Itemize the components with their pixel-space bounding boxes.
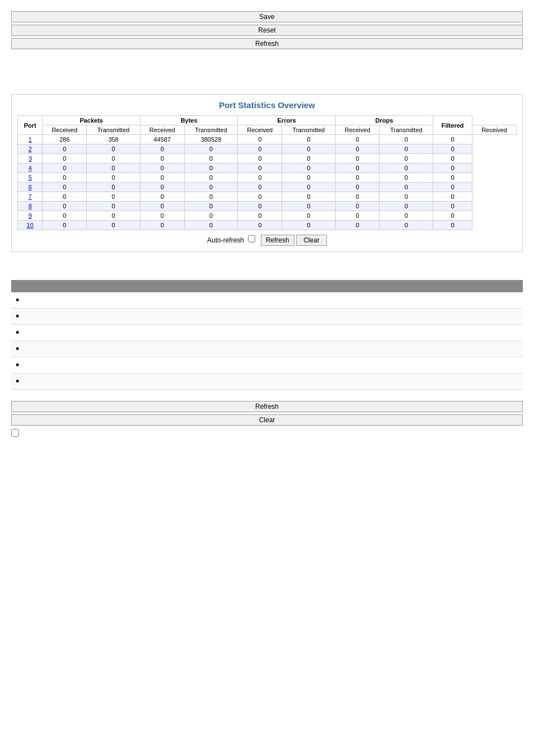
reset-button[interactable]: Reset bbox=[11, 25, 523, 36]
table-clear-button[interactable]: Clear bbox=[296, 235, 327, 246]
bottom-clear-button[interactable]: Clear bbox=[11, 414, 523, 426]
sub-header-d-tx: Transmitted bbox=[380, 125, 433, 135]
f-rx-cell: 0 bbox=[433, 183, 472, 192]
spacer2 bbox=[11, 269, 523, 280]
b-tx-cell: 0 bbox=[184, 144, 238, 154]
b-rx-cell: 0 bbox=[140, 164, 184, 173]
e-tx-cell: 0 bbox=[282, 192, 336, 202]
table-row: 6000000000 bbox=[18, 183, 517, 192]
sub-header-d-rx: Received bbox=[335, 125, 380, 135]
table-footer: Auto-refresh Refresh Clear bbox=[17, 235, 517, 246]
b-tx-cell: 0 bbox=[184, 192, 238, 202]
port-statistics-box: Port Statistics Overview Port Packets By… bbox=[11, 94, 523, 252]
save-button[interactable]: Save bbox=[11, 11, 523, 22]
auto-refresh-checkbox[interactable] bbox=[248, 235, 255, 242]
info-col2-cell bbox=[112, 357, 523, 374]
list-item: • bbox=[11, 357, 523, 374]
info-col1-cell: • bbox=[11, 325, 112, 341]
spacer1 bbox=[11, 60, 523, 94]
table-row: 12863584458738052800000 bbox=[18, 135, 517, 144]
info-col1-cell: • bbox=[11, 292, 112, 309]
b-rx-cell: 0 bbox=[140, 211, 184, 221]
d-tx-cell: 0 bbox=[380, 135, 433, 144]
bottom-checkbox-row bbox=[11, 429, 523, 437]
port-stats-title: Port Statistics Overview bbox=[17, 100, 517, 110]
e-tx-cell: 0 bbox=[282, 135, 336, 144]
port-cell: 5 bbox=[18, 173, 43, 183]
e-rx-cell: 0 bbox=[238, 202, 282, 211]
b-rx-cell: 44587 bbox=[140, 135, 184, 144]
p-tx-cell: 0 bbox=[87, 164, 140, 173]
col-header-bytes: Bytes bbox=[140, 116, 237, 125]
b-rx-cell: 0 bbox=[140, 154, 184, 164]
info-col1-cell: • bbox=[11, 374, 112, 390]
d-rx-cell: 0 bbox=[335, 221, 380, 230]
f-rx-cell: 0 bbox=[433, 202, 472, 211]
col-header-port: Port bbox=[18, 116, 43, 135]
auto-refresh-label: Auto-refresh bbox=[207, 236, 244, 244]
col-header-packets: Packets bbox=[43, 116, 140, 125]
info-col2-header bbox=[112, 280, 523, 292]
p-rx-cell: 0 bbox=[43, 221, 87, 230]
refresh-top-button[interactable]: Refresh bbox=[11, 38, 523, 49]
list-item: • bbox=[11, 341, 523, 357]
d-tx-cell: 0 bbox=[380, 173, 433, 183]
p-rx-cell: 0 bbox=[43, 202, 87, 211]
table-row: 5000000000 bbox=[18, 173, 517, 183]
table-row: 7000000000 bbox=[18, 192, 517, 202]
b-tx-cell: 0 bbox=[184, 183, 238, 192]
d-tx-cell: 0 bbox=[380, 192, 433, 202]
b-tx-cell: 0 bbox=[184, 154, 238, 164]
info-col2-cell bbox=[112, 292, 523, 309]
col-header-drops: Drops bbox=[335, 116, 433, 125]
d-tx-cell: 0 bbox=[380, 221, 433, 230]
port-cell: 2 bbox=[18, 144, 43, 154]
sub-header-e-tx: Transmitted bbox=[282, 125, 336, 135]
p-tx-cell: 0 bbox=[87, 183, 140, 192]
b-tx-cell: 0 bbox=[184, 202, 238, 211]
info-col1-header bbox=[11, 280, 112, 292]
sub-header-f-rx: Received bbox=[472, 125, 517, 135]
b-tx-cell: 380528 bbox=[184, 135, 238, 144]
e-rx-cell: 0 bbox=[238, 154, 282, 164]
table-row: 3000000000 bbox=[18, 154, 517, 164]
f-rx-cell: 0 bbox=[433, 221, 472, 230]
port-cell: 9 bbox=[18, 211, 43, 221]
e-rx-cell: 0 bbox=[238, 221, 282, 230]
p-rx-cell: 0 bbox=[43, 211, 87, 221]
sub-header-p-rx: Received bbox=[43, 125, 87, 135]
table-refresh-button[interactable]: Refresh bbox=[261, 235, 294, 246]
col-header-errors: Errors bbox=[238, 116, 335, 125]
d-rx-cell: 0 bbox=[335, 202, 380, 211]
e-tx-cell: 0 bbox=[282, 154, 336, 164]
bottom-refresh-button[interactable]: Refresh bbox=[11, 401, 523, 412]
info-col2-cell bbox=[112, 341, 523, 357]
e-rx-cell: 0 bbox=[238, 183, 282, 192]
e-tx-cell: 0 bbox=[282, 173, 336, 183]
port-cell: 3 bbox=[18, 154, 43, 164]
d-rx-cell: 0 bbox=[335, 173, 380, 183]
d-rx-cell: 0 bbox=[335, 164, 380, 173]
p-rx-cell: 0 bbox=[43, 183, 87, 192]
bottom-checkbox[interactable] bbox=[11, 429, 19, 437]
d-rx-cell: 0 bbox=[335, 135, 380, 144]
port-cell: 7 bbox=[18, 192, 43, 202]
e-rx-cell: 0 bbox=[238, 192, 282, 202]
p-rx-cell: 0 bbox=[43, 154, 87, 164]
p-tx-cell: 0 bbox=[87, 211, 140, 221]
e-tx-cell: 0 bbox=[282, 144, 336, 154]
d-tx-cell: 0 bbox=[380, 164, 433, 173]
bottom-buttons-group: Refresh Clear bbox=[11, 401, 523, 426]
d-rx-cell: 0 bbox=[335, 154, 380, 164]
info-col1-cell: • bbox=[11, 341, 112, 357]
f-rx-cell: 0 bbox=[433, 135, 472, 144]
b-tx-cell: 0 bbox=[184, 211, 238, 221]
top-buttons-group: Save Reset Refresh bbox=[11, 11, 523, 49]
e-tx-cell: 0 bbox=[282, 221, 336, 230]
p-tx-cell: 0 bbox=[87, 154, 140, 164]
f-rx-cell: 0 bbox=[433, 154, 472, 164]
d-tx-cell: 0 bbox=[380, 183, 433, 192]
b-tx-cell: 0 bbox=[184, 173, 238, 183]
list-item: • bbox=[11, 309, 523, 325]
b-rx-cell: 0 bbox=[140, 183, 184, 192]
